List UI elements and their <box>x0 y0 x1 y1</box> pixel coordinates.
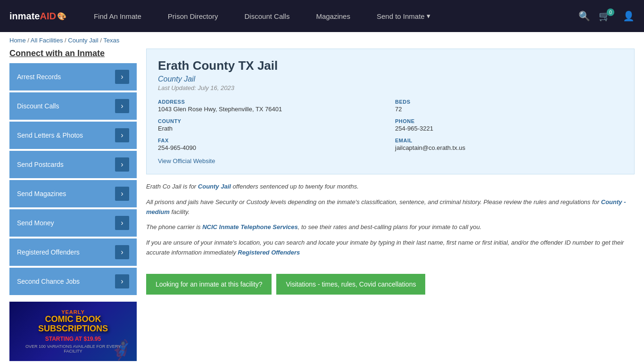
fax-block: FAX 254-965-4090 <box>158 138 386 151</box>
phone-block: PHONE 254-965-3221 <box>395 118 623 132</box>
arrow-icon: › <box>115 70 129 84</box>
facility-type: County Jail <box>158 75 623 83</box>
phone-value: 254-965-3221 <box>395 125 623 132</box>
user-icon[interactable]: 👤 <box>623 10 635 22</box>
address-block: ADDRESS 1043 Glen Rose Hwy, Stephenville… <box>158 99 386 113</box>
ad-price: STARTING AT $19.95 <box>17 336 129 342</box>
arrow-icon: › <box>115 245 129 259</box>
search-icon[interactable]: 🔍 <box>578 10 590 22</box>
sidebar-ad[interactable]: YEARLY COMIC BOOKSUBSCRIPTIONS STARTING … <box>9 302 137 361</box>
sidebar-item-arrest-records[interactable]: Arrest Records › <box>9 63 137 90</box>
sidebar-item-discount-calls[interactable]: Discount Calls › <box>9 92 137 120</box>
nav-send-to-inmate[interactable]: Send to Inmate ▾ <box>363 0 444 32</box>
visitations-button[interactable]: Visitations - times, rules, Covid cancel… <box>276 274 425 295</box>
breadcrumb-all-facilities[interactable]: All Facilities <box>31 37 63 44</box>
fax-label: FAX <box>158 138 386 143</box>
breadcrumb-home[interactable]: Home <box>9 37 26 44</box>
arrow-icon: › <box>115 216 129 230</box>
arrow-icon: › <box>115 128 129 142</box>
content-area: Erath County TX Jail County Jail Last Up… <box>146 49 635 361</box>
arrow-icon: › <box>115 157 129 172</box>
nav-find-an-inmate[interactable]: Find An Inmate <box>81 0 155 32</box>
breadcrumb-state[interactable]: Texas <box>103 37 119 44</box>
arrow-icon: › <box>115 274 129 288</box>
header-right-icons: 🔍 🛒 0 👤 <box>578 10 635 22</box>
arrow-icon: › <box>115 99 129 113</box>
beds-label: BEDS <box>395 99 623 105</box>
registered-offenders-link[interactable]: Registered Offenders <box>238 249 300 256</box>
county-jail-link[interactable]: County Jail <box>198 183 231 190</box>
cart-icon[interactable]: 🛒 0 <box>599 10 614 22</box>
sidebar-item-second-chance-jobs[interactable]: Second Chance Jobs › <box>9 268 137 295</box>
main-content: Connect with an Inmate Arrest Records › … <box>0 49 644 362</box>
cart-badge: 0 <box>607 8 614 16</box>
facility-card: Erath County TX Jail County Jail Last Up… <box>146 49 635 174</box>
nav-magazines[interactable]: Magazines <box>303 0 363 32</box>
sidebar-item-send-magazines[interactable]: Send Magazines › <box>9 180 137 207</box>
fax-value: 254-965-4090 <box>158 144 386 151</box>
facility-info-grid: ADDRESS 1043 Glen Rose Hwy, Stephenville… <box>158 99 623 151</box>
sidebar-item-send-money[interactable]: Send Money › <box>9 209 137 237</box>
view-official-website-link[interactable]: View Official Website <box>158 157 215 165</box>
breadcrumb: Home / All Facilities / County Jail / Te… <box>0 32 644 49</box>
beds-value: 72 <box>395 106 623 113</box>
beds-block: BEDS 72 <box>395 99 623 113</box>
email-block: EMAIL jailcaptain@co.erath.tx.us <box>395 138 623 151</box>
desc-para-4: If you are unsure of your inmate's locat… <box>146 238 635 258</box>
sidebar-title: Connect with an Inmate <box>9 49 137 58</box>
county-medium-link[interactable]: County - medium <box>146 198 626 215</box>
desc-para-1: Erath Co Jail is for County Jail offende… <box>146 182 635 192</box>
facility-updated: Last Updated: July 16, 2023 <box>158 84 623 91</box>
email-label: EMAIL <box>395 138 623 143</box>
header: inmate AID 🎨 Find An Inmate Prison Direc… <box>0 0 644 32</box>
county-label: COUNTY <box>158 118 386 124</box>
desc-para-2: All prisons and jails have Security or C… <box>146 197 635 217</box>
logo-decoration: 🎨 <box>57 12 66 21</box>
chevron-down-icon: ▾ <box>427 12 430 20</box>
description-section: Erath Co Jail is for County Jail offende… <box>146 182 635 269</box>
sidebar: Connect with an Inmate Arrest Records › … <box>9 49 137 361</box>
find-inmate-button[interactable]: Looking for an inmate at this facility? <box>146 274 272 295</box>
logo-icon: AID <box>40 11 56 22</box>
arrow-icon: › <box>115 187 129 201</box>
sidebar-item-send-postcards[interactable]: Send Postcards › <box>9 151 137 178</box>
desc-para-3: The phone carrier is NCIC Inmate Telepho… <box>146 222 635 232</box>
county-value: Erath <box>158 125 386 132</box>
email-value: jailcaptain@co.erath.tx.us <box>395 144 623 151</box>
nav-prison-directory[interactable]: Prison Directory <box>155 0 231 32</box>
ncic-link[interactable]: NCIC Inmate Telephone Services <box>202 223 298 230</box>
breadcrumb-county-jail[interactable]: County Jail <box>68 37 98 44</box>
main-nav: Find An Inmate Prison Directory Discount… <box>81 0 578 32</box>
address-value: 1043 Glen Rose Hwy, Stephenville, TX 764… <box>158 106 386 113</box>
sidebar-item-registered-offenders[interactable]: Registered Offenders › <box>9 239 137 266</box>
phone-label: PHONE <box>395 118 623 124</box>
nav-discount-calls[interactable]: Discount Calls <box>231 0 303 32</box>
ad-note: OVER 100 VARIATIONS AVAILABLE FOR EVERY … <box>17 344 129 354</box>
address-label: ADDRESS <box>158 99 386 105</box>
logo-text: inmate <box>9 11 40 22</box>
sidebar-item-send-letters[interactable]: Send Letters & Photos › <box>9 122 137 149</box>
action-buttons: Looking for an inmate at this facility? … <box>146 274 635 295</box>
county-block: COUNTY Erath <box>158 118 386 132</box>
facility-title: Erath County TX Jail <box>158 58 623 73</box>
view-website-block: View Official Website <box>158 157 623 165</box>
logo[interactable]: inmate AID 🎨 <box>9 11 66 22</box>
